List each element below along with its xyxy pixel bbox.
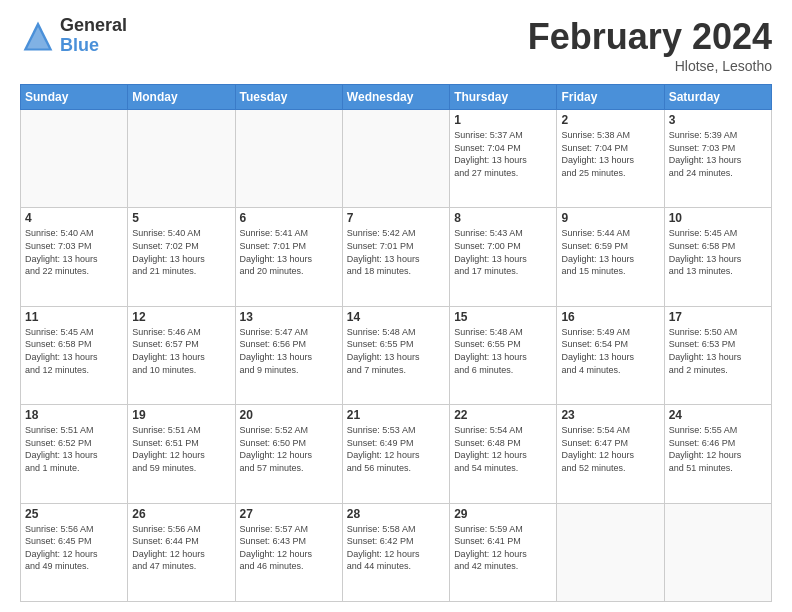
calendar-cell: 29Sunrise: 5:59 AM Sunset: 6:41 PM Dayli… (450, 503, 557, 601)
day-info: Sunrise: 5:51 AM Sunset: 6:52 PM Dayligh… (25, 424, 123, 474)
day-number: 18 (25, 408, 123, 422)
calendar-week-3: 11Sunrise: 5:45 AM Sunset: 6:58 PM Dayli… (21, 306, 772, 404)
day-info: Sunrise: 5:54 AM Sunset: 6:47 PM Dayligh… (561, 424, 659, 474)
calendar-week-5: 25Sunrise: 5:56 AM Sunset: 6:45 PM Dayli… (21, 503, 772, 601)
calendar-cell (664, 503, 771, 601)
day-number: 6 (240, 211, 338, 225)
day-number: 11 (25, 310, 123, 324)
day-number: 20 (240, 408, 338, 422)
day-number: 13 (240, 310, 338, 324)
calendar-cell: 6Sunrise: 5:41 AM Sunset: 7:01 PM Daylig… (235, 208, 342, 306)
page: General Blue February 2024 Hlotse, Lesot… (0, 0, 792, 612)
day-info: Sunrise: 5:47 AM Sunset: 6:56 PM Dayligh… (240, 326, 338, 376)
day-info: Sunrise: 5:56 AM Sunset: 6:44 PM Dayligh… (132, 523, 230, 573)
day-info: Sunrise: 5:55 AM Sunset: 6:46 PM Dayligh… (669, 424, 767, 474)
day-info: Sunrise: 5:42 AM Sunset: 7:01 PM Dayligh… (347, 227, 445, 277)
day-number: 22 (454, 408, 552, 422)
col-thursday: Thursday (450, 85, 557, 110)
day-info: Sunrise: 5:48 AM Sunset: 6:55 PM Dayligh… (454, 326, 552, 376)
day-info: Sunrise: 5:38 AM Sunset: 7:04 PM Dayligh… (561, 129, 659, 179)
day-number: 3 (669, 113, 767, 127)
calendar-cell: 16Sunrise: 5:49 AM Sunset: 6:54 PM Dayli… (557, 306, 664, 404)
calendar-cell: 4Sunrise: 5:40 AM Sunset: 7:03 PM Daylig… (21, 208, 128, 306)
header: General Blue February 2024 Hlotse, Lesot… (20, 16, 772, 74)
calendar-cell (128, 110, 235, 208)
calendar-cell: 17Sunrise: 5:50 AM Sunset: 6:53 PM Dayli… (664, 306, 771, 404)
title-month: February 2024 (528, 16, 772, 58)
calendar-cell: 27Sunrise: 5:57 AM Sunset: 6:43 PM Dayli… (235, 503, 342, 601)
calendar-cell: 23Sunrise: 5:54 AM Sunset: 6:47 PM Dayli… (557, 405, 664, 503)
day-number: 10 (669, 211, 767, 225)
calendar-cell: 26Sunrise: 5:56 AM Sunset: 6:44 PM Dayli… (128, 503, 235, 601)
calendar-week-4: 18Sunrise: 5:51 AM Sunset: 6:52 PM Dayli… (21, 405, 772, 503)
day-number: 15 (454, 310, 552, 324)
day-number: 4 (25, 211, 123, 225)
calendar-cell (342, 110, 449, 208)
day-info: Sunrise: 5:43 AM Sunset: 7:00 PM Dayligh… (454, 227, 552, 277)
day-info: Sunrise: 5:44 AM Sunset: 6:59 PM Dayligh… (561, 227, 659, 277)
calendar-cell: 22Sunrise: 5:54 AM Sunset: 6:48 PM Dayli… (450, 405, 557, 503)
day-number: 29 (454, 507, 552, 521)
title-location: Hlotse, Lesotho (528, 58, 772, 74)
day-info: Sunrise: 5:56 AM Sunset: 6:45 PM Dayligh… (25, 523, 123, 573)
day-info: Sunrise: 5:52 AM Sunset: 6:50 PM Dayligh… (240, 424, 338, 474)
calendar-cell: 10Sunrise: 5:45 AM Sunset: 6:58 PM Dayli… (664, 208, 771, 306)
day-number: 27 (240, 507, 338, 521)
day-info: Sunrise: 5:57 AM Sunset: 6:43 PM Dayligh… (240, 523, 338, 573)
day-number: 5 (132, 211, 230, 225)
day-info: Sunrise: 5:48 AM Sunset: 6:55 PM Dayligh… (347, 326, 445, 376)
calendar-cell: 12Sunrise: 5:46 AM Sunset: 6:57 PM Dayli… (128, 306, 235, 404)
day-number: 25 (25, 507, 123, 521)
day-number: 16 (561, 310, 659, 324)
calendar-cell: 19Sunrise: 5:51 AM Sunset: 6:51 PM Dayli… (128, 405, 235, 503)
calendar-cell (557, 503, 664, 601)
header-row: Sunday Monday Tuesday Wednesday Thursday… (21, 85, 772, 110)
day-info: Sunrise: 5:45 AM Sunset: 6:58 PM Dayligh… (669, 227, 767, 277)
day-info: Sunrise: 5:54 AM Sunset: 6:48 PM Dayligh… (454, 424, 552, 474)
col-saturday: Saturday (664, 85, 771, 110)
day-info: Sunrise: 5:46 AM Sunset: 6:57 PM Dayligh… (132, 326, 230, 376)
col-friday: Friday (557, 85, 664, 110)
calendar-body: 1Sunrise: 5:37 AM Sunset: 7:04 PM Daylig… (21, 110, 772, 602)
logo-blue-text: Blue (60, 36, 127, 56)
calendar-header: Sunday Monday Tuesday Wednesday Thursday… (21, 85, 772, 110)
day-info: Sunrise: 5:45 AM Sunset: 6:58 PM Dayligh… (25, 326, 123, 376)
calendar-week-1: 1Sunrise: 5:37 AM Sunset: 7:04 PM Daylig… (21, 110, 772, 208)
calendar-cell: 20Sunrise: 5:52 AM Sunset: 6:50 PM Dayli… (235, 405, 342, 503)
day-number: 12 (132, 310, 230, 324)
calendar-cell: 15Sunrise: 5:48 AM Sunset: 6:55 PM Dayli… (450, 306, 557, 404)
col-tuesday: Tuesday (235, 85, 342, 110)
day-number: 21 (347, 408, 445, 422)
day-info: Sunrise: 5:40 AM Sunset: 7:02 PM Dayligh… (132, 227, 230, 277)
day-number: 1 (454, 113, 552, 127)
col-wednesday: Wednesday (342, 85, 449, 110)
day-number: 14 (347, 310, 445, 324)
day-info: Sunrise: 5:51 AM Sunset: 6:51 PM Dayligh… (132, 424, 230, 474)
calendar-week-2: 4Sunrise: 5:40 AM Sunset: 7:03 PM Daylig… (21, 208, 772, 306)
calendar-cell: 3Sunrise: 5:39 AM Sunset: 7:03 PM Daylig… (664, 110, 771, 208)
calendar-cell: 14Sunrise: 5:48 AM Sunset: 6:55 PM Dayli… (342, 306, 449, 404)
day-info: Sunrise: 5:59 AM Sunset: 6:41 PM Dayligh… (454, 523, 552, 573)
day-number: 9 (561, 211, 659, 225)
calendar-cell: 7Sunrise: 5:42 AM Sunset: 7:01 PM Daylig… (342, 208, 449, 306)
calendar-table: Sunday Monday Tuesday Wednesday Thursday… (20, 84, 772, 602)
calendar-cell: 2Sunrise: 5:38 AM Sunset: 7:04 PM Daylig… (557, 110, 664, 208)
day-number: 28 (347, 507, 445, 521)
day-info: Sunrise: 5:53 AM Sunset: 6:49 PM Dayligh… (347, 424, 445, 474)
day-number: 8 (454, 211, 552, 225)
calendar-cell: 5Sunrise: 5:40 AM Sunset: 7:02 PM Daylig… (128, 208, 235, 306)
day-info: Sunrise: 5:40 AM Sunset: 7:03 PM Dayligh… (25, 227, 123, 277)
logo-general-text: General (60, 16, 127, 36)
calendar-cell (235, 110, 342, 208)
calendar-cell: 21Sunrise: 5:53 AM Sunset: 6:49 PM Dayli… (342, 405, 449, 503)
calendar-cell: 24Sunrise: 5:55 AM Sunset: 6:46 PM Dayli… (664, 405, 771, 503)
day-info: Sunrise: 5:41 AM Sunset: 7:01 PM Dayligh… (240, 227, 338, 277)
day-number: 23 (561, 408, 659, 422)
day-number: 24 (669, 408, 767, 422)
col-sunday: Sunday (21, 85, 128, 110)
day-number: 26 (132, 507, 230, 521)
day-number: 17 (669, 310, 767, 324)
logo-text: General Blue (60, 16, 127, 56)
day-info: Sunrise: 5:39 AM Sunset: 7:03 PM Dayligh… (669, 129, 767, 179)
day-info: Sunrise: 5:49 AM Sunset: 6:54 PM Dayligh… (561, 326, 659, 376)
